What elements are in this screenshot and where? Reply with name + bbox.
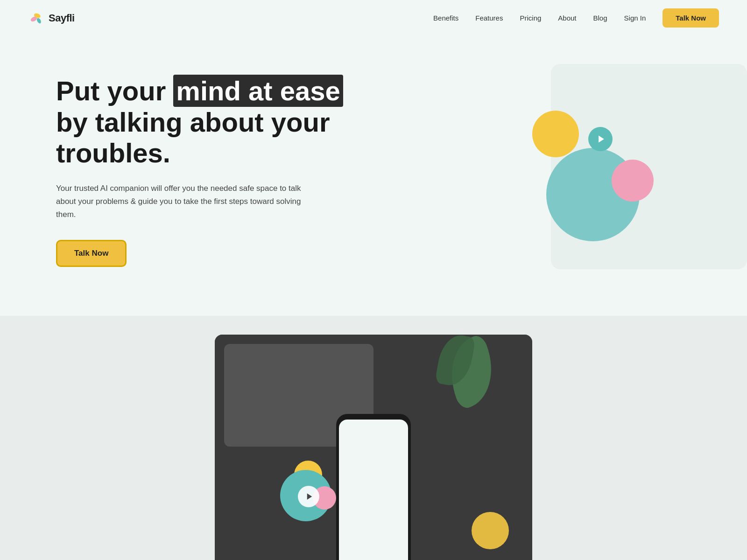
nav-item-signin[interactable]: Sign In [624, 14, 646, 22]
hero-illustration [495, 73, 719, 269]
nav-cta[interactable]: Talk Now [662, 8, 719, 28]
hero-section: Put your mind at ease by talking about y… [0, 36, 747, 316]
phone-play-icon [305, 492, 314, 501]
navbar: Sayfli Benefits Features Pricing About B… [0, 0, 747, 36]
nav-item-pricing[interactable]: Pricing [520, 14, 541, 22]
pink-circle [612, 160, 654, 202]
scene-yellow-circle [472, 512, 509, 549]
nav-item-features[interactable]: Features [475, 14, 503, 22]
hero-subtitle: Your trusted AI companion will offer you… [56, 182, 317, 221]
svg-marker-4 [307, 493, 312, 500]
nav-link-about[interactable]: About [558, 14, 576, 22]
logo-icon [28, 10, 45, 27]
play-icon [597, 134, 606, 144]
svg-marker-3 [599, 136, 604, 143]
phone-image-container [215, 335, 532, 560]
nav-link-features[interactable]: Features [475, 14, 503, 22]
nav-talk-now-button[interactable]: Talk Now [662, 8, 719, 28]
logo[interactable]: Sayfli [28, 10, 75, 27]
hero-title-prefix: Put your [56, 76, 173, 106]
nav-item-benefits[interactable]: Benefits [433, 14, 458, 22]
nav-link-blog[interactable]: Blog [593, 14, 607, 22]
hero-title-highlight: mind at ease [173, 75, 343, 107]
phone-scene [215, 335, 532, 560]
hero-content: Put your mind at ease by talking about y… [56, 76, 374, 267]
yellow-circle [532, 111, 579, 157]
phone-screen [339, 420, 408, 560]
phone-section [0, 316, 747, 560]
hero-title: Put your mind at ease by talking about y… [56, 76, 374, 169]
phone-device [336, 414, 411, 560]
hero-title-suffix: by talking about your troubles. [56, 107, 330, 168]
nav-item-blog[interactable]: Blog [593, 14, 607, 22]
nav-item-about[interactable]: About [558, 14, 576, 22]
nav-link-signin[interactable]: Sign In [624, 14, 646, 22]
logo-text: Sayfli [49, 12, 75, 24]
nav-links: Benefits Features Pricing About Blog Sig… [433, 8, 719, 28]
play-button-illustration[interactable] [588, 127, 613, 151]
nav-link-pricing[interactable]: Pricing [520, 14, 541, 22]
hero-talk-now-button[interactable]: Talk Now [56, 240, 127, 267]
nav-link-benefits[interactable]: Benefits [433, 14, 458, 22]
phone-play-button[interactable] [298, 486, 319, 507]
